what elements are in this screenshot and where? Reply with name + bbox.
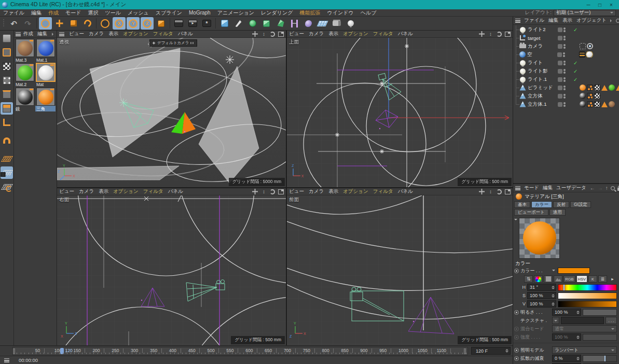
shading-model-dropdown[interactable]: ランバート [552, 346, 617, 354]
brightness-field[interactable]: 100 % [552, 309, 581, 316]
marker-tag-icon[interactable] [580, 43, 586, 49]
material-swatch[interactable]: Mat.3 [15, 39, 35, 63]
menu-extensions[interactable]: 機能拡張 [299, 9, 320, 17]
object-row[interactable]: 空 [513, 50, 619, 59]
diffuse-falloff-field[interactable]: 0 % [552, 355, 581, 362]
spinner-icon[interactable] [552, 302, 555, 306]
spline-pen-button[interactable] [232, 17, 245, 30]
maximize-button[interactable]: □ [594, 1, 606, 9]
minimize-button[interactable]: ─ [583, 1, 594, 9]
viewport-canvas-right[interactable]: Y Z X [57, 195, 286, 345]
live-selection-button[interactable] [39, 17, 52, 30]
vp-menu-options[interactable]: オプション [123, 31, 148, 37]
enable-snap-button[interactable] [1, 134, 13, 147]
z-axis-lock-button[interactable]: Z [141, 17, 154, 30]
picture-button[interactable] [554, 275, 562, 283]
frame-field[interactable]: 120 F [471, 347, 511, 355]
layer-chip-icon[interactable] [558, 94, 562, 99]
move-button[interactable] [53, 17, 66, 30]
tab-color[interactable]: カラー [531, 201, 552, 208]
slider-handle[interactable] [604, 356, 606, 361]
maximize-view-icon[interactable] [505, 32, 511, 37]
brightness-slider[interactable] [583, 309, 617, 316]
hamburger-icon[interactable] [515, 19, 520, 23]
axis-mode-button[interactable] [1, 116, 13, 129]
pan-view-icon[interactable] [479, 189, 485, 194]
flyout-arrow-icon[interactable] [610, 19, 613, 22]
vp-menu-panel[interactable]: パネル [178, 31, 193, 37]
menu-render[interactable]: レンダリング [261, 9, 293, 17]
texture-mode-button[interactable] [1, 60, 13, 73]
layer-chip-icon[interactable] [558, 86, 562, 90]
vp-menu-view[interactable]: ビュー [59, 188, 74, 195]
vp-menu-panel[interactable]: パネル [168, 188, 183, 195]
render-picture-viewer-button[interactable]: ▸ [186, 17, 199, 30]
mat-menu-edit[interactable]: 編集 [37, 31, 47, 37]
menu-mograph[interactable]: MoGraph [189, 10, 211, 16]
workplane-button[interactable] [1, 152, 13, 165]
mat-menu-create[interactable]: 作成 [23, 31, 33, 37]
value-gradient[interactable] [558, 301, 617, 307]
visibility-dots-icon[interactable] [563, 61, 566, 65]
material-thumbnail[interactable] [16, 63, 34, 81]
viewport-perspective[interactable]: ビューカメラ表示オプションフィルタパネル↕ [57, 31, 286, 187]
model-mode-button[interactable] [1, 46, 13, 59]
tab-assign[interactable]: 適用 [549, 209, 566, 216]
subdivision-surface-button[interactable] [246, 17, 259, 30]
om-menu-objects[interactable]: オブジェクト [576, 17, 607, 24]
color-parameter-row[interactable]: カラー . . . [513, 267, 619, 275]
comp-tag-icon[interactable] [579, 51, 585, 58]
x-axis-lock-button[interactable]: X [113, 17, 126, 30]
menu-mesh[interactable]: メッシュ [128, 9, 149, 17]
material-preview[interactable] [519, 218, 560, 259]
gradient-marker[interactable] [563, 285, 565, 290]
visibility-toggles[interactable] [558, 102, 573, 107]
range-start-grip[interactable] [13, 348, 15, 354]
object-row[interactable]: ライト.1✓ [513, 75, 619, 83]
hue-row[interactable]: H31 ° [513, 283, 619, 291]
forward-icon[interactable]: → [598, 186, 603, 191]
color-swatch[interactable] [558, 268, 590, 274]
material-thumbnail[interactable] [16, 88, 34, 106]
rgb-mode-button[interactable]: RGB [563, 275, 575, 283]
pan-view-icon[interactable] [252, 31, 258, 37]
render-settings-button[interactable]: * [200, 17, 213, 30]
saturation-gradient[interactable] [558, 292, 617, 299]
shading-model-row[interactable]: 照明モデルランバート [513, 346, 619, 354]
browse-button[interactable]: . . . [606, 317, 617, 324]
generators-button[interactable] [260, 17, 273, 30]
range-end-grip[interactable] [464, 348, 466, 354]
object-row[interactable]: target [513, 34, 619, 42]
tab-gi[interactable]: GI設定 [570, 201, 591, 208]
visibility-toggles[interactable] [558, 44, 573, 49]
object-row[interactable]: ライト2✓ [513, 25, 619, 34]
visibility-toggles[interactable] [558, 69, 573, 74]
visibility-toggles[interactable] [557, 52, 573, 57]
mat-tag-icon[interactable] [586, 51, 593, 58]
saturation-row[interactable]: S100 % [513, 291, 619, 300]
mix-mode-row[interactable]: 混合モード通常 [513, 325, 619, 333]
zoom-view-icon[interactable]: ↕ [488, 31, 493, 37]
animate-radio-icon[interactable] [514, 348, 519, 353]
om-menu-edit[interactable]: 編集 [548, 17, 558, 24]
animate-radio-icon[interactable] [514, 269, 519, 273]
menu-spline[interactable]: スプライン [156, 9, 182, 17]
menu-tools[interactable]: ツール [105, 9, 120, 17]
back-icon[interactable]: ← [590, 186, 595, 191]
tri-tag-icon[interactable] [601, 85, 608, 91]
tab-viewport[interactable]: ビューポート [514, 209, 548, 216]
collapse-caret-icon[interactable] [514, 218, 518, 260]
spinner-icon[interactable] [576, 311, 580, 314]
pan-view-icon[interactable] [479, 31, 485, 37]
saturation-field[interactable]: 100 % [527, 292, 556, 299]
vp-menu-display[interactable]: 表示 [108, 31, 118, 37]
enabled-check-icon[interactable]: ✓ [573, 60, 580, 66]
value-field[interactable]: 100 % [527, 300, 556, 307]
value-row[interactable]: V100 % [513, 300, 619, 308]
mat-tag-icon[interactable] [580, 101, 586, 107]
hsv-mode-button[interactable]: HSV [576, 275, 587, 283]
object-row[interactable]: 立方体.1 [513, 100, 619, 108]
enabled-check-icon[interactable]: ✓ [573, 27, 580, 33]
texture-field[interactable] [561, 317, 604, 324]
vp-menu-filter[interactable]: フィルタ [143, 188, 163, 195]
